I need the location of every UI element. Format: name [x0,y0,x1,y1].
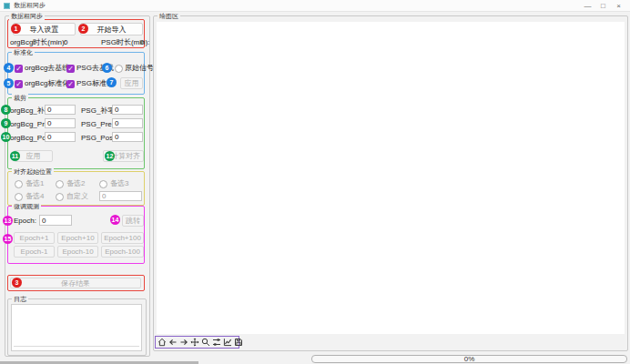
back-icon[interactable] [168,338,178,348]
start-import-button[interactable]: 开始导入 [80,23,143,35]
import-section: 导入设置 开始导入 1 2 orgBcg时长(min): 0 PSG时长(min… [7,19,145,48]
badge-11: 11 [10,151,20,161]
orgbcg-pre-input[interactable] [45,118,76,128]
orgbcg-post-input[interactable] [45,132,76,142]
customize-icon[interactable] [223,338,232,348]
normalization-title: 标准化 [12,48,35,56]
psg-duration-value: 0 [140,38,144,47]
epoch-plus100-button[interactable]: Epoch+100 [101,232,144,244]
save-results-button[interactable]: 保存结果 [10,278,141,288]
orgbcg-padzero-input[interactable] [45,105,76,115]
radio-option3-label: 备选3 [110,179,128,188]
custom-position-input[interactable] [99,191,142,201]
psg-pre-label: PSG_Pre: [81,120,114,129]
badge-6: 6 [102,63,112,73]
badge-14: 14 [110,215,120,225]
epoch-input[interactable] [39,215,72,226]
badge-8: 8 [1,105,11,115]
finetune-title: 微调观测 [12,202,41,210]
save-section: 保存结果 3 [7,275,145,291]
radio-option1[interactable] [15,180,23,188]
app-window: 数据粗同步 — □ × 数据粗同步 导入设置 开始导入 1 2 orgBcg时长… [0,0,630,364]
radio-option4[interactable] [15,193,23,201]
crop-section: 裁剪 8 orgBcg_补零: PSG_补零: 9 orgBcg_Pre: PS… [7,97,145,169]
checkbox-psg-normalize[interactable] [66,80,75,88]
zoom-icon[interactable] [201,338,210,348]
radio-raw-signal-label: 原始信号 [125,64,154,73]
plot-group: 绘图区 [153,15,628,351]
plot-toolbar [155,336,239,349]
progress-bar: 0% [311,355,627,363]
epoch-minus10-button[interactable]: Epoch-10 [57,246,98,258]
checkbox-orgbcg-detrend-label: orgBcg去基线 [25,64,69,73]
log-group: 日志 [7,298,147,356]
checkbox-orgbcg-detrend[interactable] [15,65,23,73]
badge-7: 7 [107,77,117,87]
left-panel-group-title: 数据粗同步 [9,12,45,20]
log-title: 日志 [12,295,28,303]
badge-3: 3 [12,278,22,288]
badge-10: 10 [1,132,11,142]
epoch-minus1-button[interactable]: Epoch-1 [14,246,55,258]
radio-option2-label: 备选2 [66,179,85,188]
epoch-minus100-button[interactable]: Epoch-100 [101,246,144,258]
jump-button[interactable]: 跳转 [122,215,144,227]
pan-icon[interactable] [190,338,199,348]
psg-post-input[interactable] [112,132,143,142]
badge-12: 12 [105,151,115,161]
epoch-plus10-button[interactable]: Epoch+10 [57,232,98,244]
psg-padzero-input[interactable] [112,105,143,115]
import-settings-button[interactable]: 导入设置 [13,23,76,35]
badge-15: 15 [3,234,13,244]
radio-option2[interactable] [56,180,64,188]
align-start-title: 对齐起始位置 [12,167,54,176]
progress-text: 0% [464,355,475,363]
radio-custom-label: 自定义 [66,192,88,201]
checkbox-orgbcg-normalize[interactable] [15,80,23,88]
normalization-apply-button[interactable]: 应用 [120,77,143,89]
align-start-section: 对齐起始位置 备选1 备选2 备选3 备选4 自定义 [7,171,145,206]
close-button[interactable]: × [611,0,626,12]
log-scrollbar[interactable] [14,346,139,347]
checkbox-psg-detrend[interactable] [66,65,75,73]
badge-13: 13 [3,216,13,226]
badge-9: 9 [1,118,11,128]
radio-custom[interactable] [56,193,64,201]
radio-option3[interactable] [99,180,107,188]
forward-icon[interactable] [179,338,188,348]
home-icon[interactable] [158,338,167,348]
minimize-button[interactable]: — [580,0,595,12]
window-title: 数据粗同步 [14,1,46,10]
normalization-section: 标准化 4 orgBcg去基线 PSG去基线 6 原始信号 5 orgBcg标准… [7,52,145,95]
badge-2: 2 [78,24,88,34]
checkbox-orgbcg-normalize-label: orgBcg标准化 [25,79,69,88]
app-icon [4,3,10,9]
maximize-button[interactable]: □ [595,0,611,12]
subplots-icon[interactable] [212,338,221,348]
plot-canvas[interactable] [157,22,625,334]
radio-raw-signal[interactable] [115,65,123,73]
psg-pre-input[interactable] [112,118,143,128]
epoch-label: Epoch: [14,217,36,226]
epoch-plus1-button[interactable]: Epoch+1 [14,232,55,244]
orgbcg-duration-label: orgBcg时长(min): [10,38,66,47]
badge-4: 4 [4,63,14,73]
crop-title: 裁剪 [12,94,28,102]
plot-title: 绘图区 [158,12,180,20]
badge-1: 1 [11,24,21,34]
badge-5: 5 [4,78,14,88]
radio-option4-label: 备选4 [25,192,44,201]
window-controls: — □ × [580,0,626,12]
finetune-section: 微调观测 13 Epoch: 14 跳转 15 Epoch+1 Epoch+10… [7,206,145,264]
radio-option1-label: 备选1 [25,179,44,188]
titlebar: 数据粗同步 — □ × [0,0,630,12]
save-icon[interactable] [234,338,243,348]
orgbcg-duration-value: 0 [64,38,67,47]
log-textarea[interactable] [11,304,142,351]
